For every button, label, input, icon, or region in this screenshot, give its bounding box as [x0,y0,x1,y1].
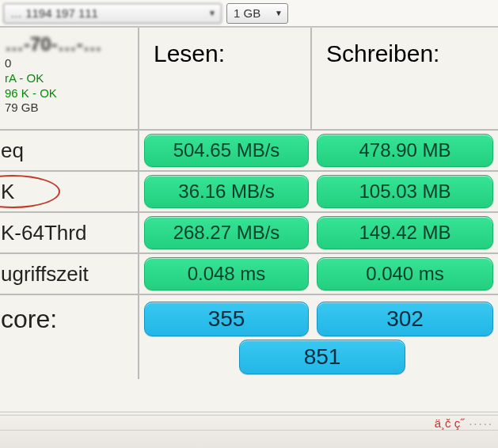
row-label-4k64thrd: K-64Thrd [0,213,138,254]
drive-info-panel: …-70-…-… 0 rA - OK 96 K - OK 79 GB [0,28,138,131]
4k64-write-value: 149.42 MB [317,216,493,249]
score-write: 302 [317,302,493,336]
firmware-line: 0 [5,56,135,71]
chevron-down-icon: ▼ [208,9,216,17]
drive-model-name: …-70-…-… [5,32,135,56]
seq-write-value: 478.90 MB [317,134,493,167]
iops-status-k: 96 K - OK [5,86,135,101]
capacity-line: 79 GB [5,101,135,116]
4k-write-value: 105.03 MB [317,175,493,208]
chevron-down-icon: ▼ [275,9,283,17]
column-header-read: Lesen: [139,28,312,129]
access-read-value: 0.048 ms [144,257,309,290]
test-size-select[interactable]: 1 GB ▼ [226,3,288,24]
status-separator: ····· [469,416,493,430]
score-total: 851 [239,340,405,374]
drive-select[interactable]: … 1194 197 111 ▼ [3,3,222,24]
score-read: 355 [144,302,309,336]
iops-status-a: rA - OK [5,71,135,86]
drive-select-label: … 1194 197 111 [10,6,98,20]
column-header-write: Schreiben: [312,28,498,129]
row-label-access-time: ugriffszeit [0,254,138,295]
table-row: 268.27 MB/s 149.42 MB [139,213,498,254]
access-write-value: 0.040 ms [317,257,493,290]
score-panel: 355 302 851 [139,295,498,379]
table-row: 504.65 MB/s 478.90 MB [139,131,498,172]
row-label-seq: eq [0,131,138,172]
row-label-4k: K [0,172,138,213]
status-text: ä¸č ç˝ [435,416,465,430]
table-row: 36.16 MB/s 105.03 MB [139,172,498,213]
4k-read-value: 36.16 MB/s [144,175,309,208]
seq-read-value: 504.65 MB/s [144,134,309,167]
test-size-label: 1 GB [234,6,260,20]
table-row: 0.048 ms 0.040 ms [139,254,498,295]
status-bar: ä¸č ç˝ ····· [0,412,498,448]
4k64-read-value: 268.27 MB/s [144,216,309,249]
row-label-score: core: [0,295,138,379]
